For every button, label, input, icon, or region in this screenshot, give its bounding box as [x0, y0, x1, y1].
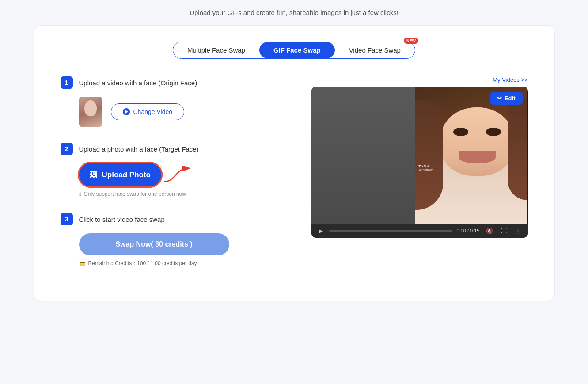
tiktok-watermark: TikTok @taronkaa — [418, 164, 433, 171]
step-1-badge: 1 — [61, 76, 73, 89]
left-panel: 1 Upload a video with a face (Origin Fac… — [61, 76, 290, 283]
left-eye — [453, 128, 468, 136]
content-area: 1 Upload a video with a face (Origin Fac… — [61, 76, 528, 283]
step-2-label: Upload a photo with a face (Target Face) — [79, 145, 199, 153]
video-left-half — [311, 87, 415, 224]
face-oval — [440, 107, 514, 176]
hair-left — [415, 100, 444, 210]
tabs-container: Multiple Face Swap GIF Face Swap Video F… — [173, 42, 415, 59]
scissors-icon: ✂ — [497, 95, 502, 102]
step-2-content: 🖼 Upload Photo — [61, 163, 290, 197]
right-eye — [486, 128, 501, 136]
tab-multiple-face-swap[interactable]: Multiple Face Swap — [173, 42, 259, 58]
support-note: ℹ Only support face swap for one person … — [79, 191, 290, 197]
red-arrow-indicator — [162, 166, 193, 184]
my-videos-link[interactable]: My Videos >> — [311, 76, 528, 83]
tiktok-username: @taronkaa — [418, 168, 433, 171]
page-wrapper: Upload your GIFs and create fun, shareab… — [0, 9, 588, 301]
step-3-content: Swap Now( 30 credits ) 💳 Remaining Credi… — [61, 233, 290, 267]
video-controls: ▶ 0:00 / 0:15 🔇 ⛶ ⋮ — [311, 224, 528, 238]
credits-icon: 💳 — [79, 261, 86, 267]
image-icon: 🖼 — [90, 170, 98, 179]
step-3-header: 3 Click to start video face swap — [61, 213, 290, 225]
video-thumbnail — [79, 97, 102, 127]
info-icon: ℹ — [79, 191, 81, 197]
video-player-container: ✂ Edit — [311, 87, 528, 238]
fullscreen-button[interactable]: ⛶ — [499, 227, 509, 234]
step-3-label: Click to start video face swap — [79, 216, 165, 223]
step-2-section: 2 Upload a photo with a face (Target Fac… — [61, 143, 290, 197]
step-2-header: 2 Upload a photo with a face (Target Fac… — [61, 143, 290, 155]
remaining-credits: 💳 Remaining Credits：100 / 1,00 credits p… — [79, 260, 290, 267]
thumbnail-image — [79, 97, 102, 127]
more-options-button[interactable]: ⋮ — [513, 228, 523, 234]
face-background: TikTok @taronkaa — [415, 87, 528, 224]
progress-bar[interactable] — [329, 230, 452, 232]
page-subtitle: Upload your GIFs and create fun, shareab… — [190, 9, 398, 16]
right-panel: My Videos >> ✂ Edit — [311, 76, 528, 283]
upload-photo-button[interactable]: 🖼 Upload Photo — [79, 163, 161, 186]
step-3-badge: 3 — [61, 213, 73, 225]
video-content: TikTok @taronkaa — [311, 87, 528, 224]
step-1-section: 1 Upload a video with a face (Origin Fac… — [61, 76, 290, 127]
step-1-content: Change Video — [61, 97, 290, 127]
step-1-header: 1 Upload a video with a face (Origin Fac… — [61, 76, 290, 89]
mute-button[interactable]: 🔇 — [484, 228, 495, 234]
time-display: 0:00 / 0:15 — [457, 228, 480, 233]
step-1-label: Upload a video with a face (Origin Face) — [79, 79, 197, 87]
play-button[interactable]: ▶ — [317, 228, 325, 234]
tabs-row: Multiple Face Swap GIF Face Swap Video F… — [61, 42, 528, 59]
tab-video-face-swap[interactable]: Video Face Swap NEW — [335, 42, 415, 58]
change-video-button[interactable]: Change Video — [111, 103, 184, 120]
swap-now-button[interactable]: Swap Now( 30 credits ) — [79, 233, 229, 255]
video-right-half: TikTok @taronkaa — [415, 87, 528, 224]
step-2-badge: 2 — [61, 143, 73, 155]
video-panel: My Videos >> ✂ Edit — [311, 76, 528, 238]
step-3-section: 3 Click to start video face swap Swap No… — [61, 213, 290, 267]
mouth — [459, 151, 496, 163]
video-display[interactable]: TikTok @taronkaa — [311, 87, 528, 224]
edit-button[interactable]: ✂ Edit — [490, 92, 523, 105]
main-card: Multiple Face Swap GIF Face Swap Video F… — [34, 25, 555, 301]
hair-right — [508, 98, 528, 201]
tiktok-logo: TikTok — [418, 164, 433, 168]
tab-gif-face-swap[interactable]: GIF Face Swap — [259, 42, 335, 58]
play-icon — [123, 108, 130, 115]
new-badge: NEW — [404, 38, 418, 44]
